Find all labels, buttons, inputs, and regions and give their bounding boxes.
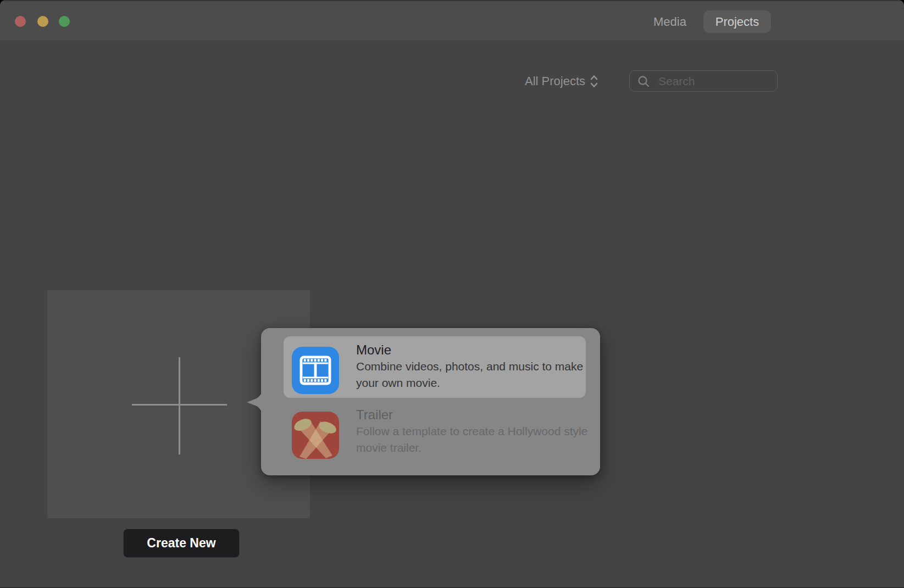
filmstrip-icon xyxy=(300,356,331,385)
tab-media[interactable]: Media xyxy=(650,1,690,42)
movie-title: Movie xyxy=(356,341,391,359)
movie-description: Combine videos, photos, and music to mak… xyxy=(356,358,584,391)
searchlights-icon xyxy=(292,412,339,459)
search-input[interactable] xyxy=(630,71,777,91)
imovie-window: Media Projects All Projects Create New xyxy=(0,0,904,588)
trailer-description: Follow a template to create a Hollywood … xyxy=(356,423,608,456)
search-field[interactable] xyxy=(629,70,778,92)
trailer-title: Trailer xyxy=(356,406,393,424)
popover-item-movie[interactable]: Movie Combine videos, photos, and music … xyxy=(284,336,586,398)
popover-item-trailer[interactable]: Trailer Follow a template to create a Ho… xyxy=(284,405,586,467)
close-button[interactable] xyxy=(15,16,26,27)
movie-icon xyxy=(292,347,339,394)
filter-label: All Projects xyxy=(525,74,585,88)
projects-filter-dropdown[interactable]: All Projects xyxy=(525,70,599,92)
create-new-button[interactable]: Create New xyxy=(123,529,240,558)
trailer-icon xyxy=(292,412,339,459)
chevron-up-down-icon xyxy=(589,74,599,89)
minimize-button[interactable] xyxy=(37,16,48,27)
titlebar: Media Projects xyxy=(0,0,904,41)
popover-arrow xyxy=(246,386,262,419)
new-project-popover: Movie Combine videos, photos, and music … xyxy=(261,328,600,475)
tab-projects[interactable]: Projects xyxy=(703,10,771,33)
zoom-button[interactable] xyxy=(59,16,70,27)
